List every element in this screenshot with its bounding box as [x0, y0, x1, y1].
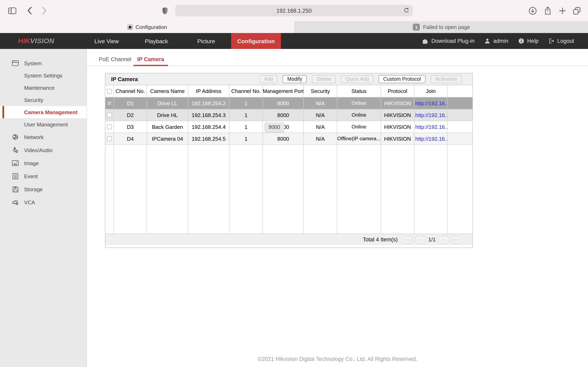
cell-channel2: 1: [229, 133, 263, 144]
col-ip-address: IP Address: [188, 85, 229, 97]
add-button[interactable]: Add: [259, 75, 277, 83]
back-button[interactable]: [25, 6, 34, 16]
camera-join-link[interactable]: http://192.16...: [415, 100, 447, 106]
select-all-checkbox[interactable]: [107, 89, 112, 94]
sidebar-item-maintenance[interactable]: Maintenance: [0, 82, 86, 94]
camera-join-link[interactable]: http://192.16...: [415, 136, 447, 142]
table-footer: Total 4 Item(s) << < 1/1 > >>: [105, 234, 472, 245]
cell-camera-name: Drive HL: [147, 109, 188, 121]
sidebar-item-video-audio[interactable]: Video/Audio: [0, 143, 86, 157]
quick-add-button[interactable]: Quick Add: [341, 75, 373, 83]
prev-page-button[interactable]: <: [416, 236, 425, 243]
sidebar-item-storage[interactable]: Storage: [0, 183, 86, 196]
camera-join-link[interactable]: http://192.16...: [415, 124, 447, 130]
page-indicator: 1/1: [428, 236, 436, 243]
system-icon: [12, 60, 19, 67]
sidebar-item-user-management[interactable]: User Management: [0, 118, 86, 131]
cell-security: N/A: [304, 98, 337, 109]
sidebar-item-event[interactable]: Event: [0, 170, 86, 183]
table-row[interactable]: D4 IPCamera 04 192.168.254.5 1 8000 N/A …: [105, 133, 472, 145]
panel-header: IP Camera Add Modify Delete Quick Add Cu…: [105, 73, 472, 85]
tab-configuration[interactable]: Configuration: [0, 21, 294, 33]
cell-channel: D3: [114, 121, 147, 133]
cell-status: Online: [337, 98, 381, 109]
reload-icon[interactable]: [403, 7, 410, 14]
microphone-icon: [12, 147, 19, 154]
user-menu[interactable]: admin: [484, 38, 508, 44]
nav-playback[interactable]: Playback: [131, 33, 181, 49]
cell-channel2: 1: [229, 121, 263, 133]
nav-picture[interactable]: Picture: [181, 33, 231, 49]
modify-button[interactable]: Modify: [283, 75, 307, 83]
nav-live-view[interactable]: Live View: [82, 33, 131, 49]
cell-port: 8000: [263, 109, 304, 121]
logout-icon: [548, 38, 554, 44]
table-header-row: Channel No. Camera Name IP Address Chann…: [105, 85, 472, 98]
table-row[interactable]: D3 Back Garden 192.168.254.4 1 8000 8000…: [105, 121, 472, 133]
configuration-content: PoE Channel IP Camera IP Camera Add Modi…: [87, 49, 588, 367]
cell-status: Online: [337, 121, 381, 133]
sidebar-item-security[interactable]: Security: [0, 94, 86, 106]
col-protocol: Protocol: [381, 85, 415, 97]
forward-button[interactable]: [39, 6, 49, 16]
tab-failed-to-open[interactable]: 1 Failed to open page: [294, 21, 588, 33]
cell-status: Offline(IP camera...: [337, 133, 381, 144]
nav-configuration[interactable]: Configuration: [231, 33, 281, 49]
row-checkbox[interactable]: [107, 124, 112, 129]
cell-channel: D4: [114, 133, 147, 144]
download-plugin-link[interactable]: Download Plug-in: [422, 38, 475, 44]
col-camera-name: Camera Name: [147, 85, 188, 97]
delete-button[interactable]: Delete: [312, 75, 336, 83]
cell-protocol: HIKVISION: [381, 121, 415, 133]
sidebar-item-image[interactable]: Image: [0, 157, 86, 170]
share-icon[interactable]: [543, 6, 553, 16]
logout-link[interactable]: Logout: [548, 38, 574, 44]
sidebar-item-system-settings[interactable]: System Settings: [0, 69, 86, 82]
custom-protocol-button[interactable]: Custom Protocol: [379, 75, 425, 83]
cell-status: Online: [337, 109, 381, 121]
activation-button[interactable]: Activation: [431, 75, 462, 83]
cell-channel2: 1: [229, 109, 263, 121]
sidebar-item-camera-management[interactable]: Camera Management: [0, 106, 86, 118]
main-menu: Live View Playback Picture Configuration: [82, 33, 281, 49]
panel-title: IP Camera: [111, 76, 138, 82]
col-management-port: Management Port: [263, 85, 304, 97]
privacy-shield-icon[interactable]: [160, 6, 170, 16]
hikvision-configuration-page: 192.168.1.250 Configuration 1 Failed to …: [0, 0, 588, 367]
table-row[interactable]: D2 Drive HL 192.168.254.3 1 8000 N/A Onl…: [105, 109, 472, 121]
active-tab-underline: [134, 65, 168, 66]
col-channel-no2: Channel No.: [229, 85, 263, 97]
sidebar-item-system[interactable]: System: [0, 57, 86, 69]
cell-ip: 192.168.254.5: [188, 133, 229, 144]
camera-favicon-icon: [127, 25, 133, 30]
svg-text:★: ★: [16, 203, 18, 205]
browser-toolbar: 192.168.1.250: [0, 0, 588, 21]
next-page-button[interactable]: >: [439, 236, 448, 243]
row-checkbox[interactable]: [107, 113, 112, 117]
col-empty: [448, 85, 472, 97]
sidebar-item-vca[interactable]: ★ VCA: [0, 196, 86, 209]
last-page-button[interactable]: >>: [451, 236, 461, 243]
app-navbar: HIKVISION Live View Playback Picture Con…: [0, 33, 588, 49]
cell-ip: 192.168.254.3: [188, 109, 229, 121]
sidebar-item-network[interactable]: Network: [0, 131, 86, 143]
tab-ip-camera[interactable]: IP Camera: [134, 56, 168, 62]
col-status: Status: [337, 85, 381, 97]
row-checkbox[interactable]: [107, 136, 112, 141]
first-page-button[interactable]: <<: [403, 236, 413, 243]
url-bar[interactable]: 192.168.1.250: [175, 5, 413, 16]
config-sidebar: System System Settings Maintenance Secur…: [0, 49, 87, 367]
globe-icon: [12, 133, 19, 141]
vca-icon: ★: [12, 199, 19, 206]
navbar-utilities: Download Plug-in admin Help Logout: [422, 33, 574, 49]
table-row[interactable]: D1 Drive LL 192.168.254.2 1 8000 N/A Onl…: [105, 98, 472, 109]
sidebar-toggle-icon[interactable]: [7, 6, 17, 16]
tab-poe-channel[interactable]: PoE Channel: [99, 56, 131, 62]
tab-overview-icon[interactable]: [572, 6, 581, 16]
help-link[interactable]: Help: [518, 38, 539, 44]
new-tab-icon[interactable]: [557, 6, 567, 16]
cell-channel2: 1: [229, 98, 263, 109]
downloads-icon[interactable]: [527, 6, 537, 16]
camera-join-link[interactable]: http://192.16...: [415, 112, 447, 118]
row-checkbox[interactable]: [107, 101, 112, 106]
